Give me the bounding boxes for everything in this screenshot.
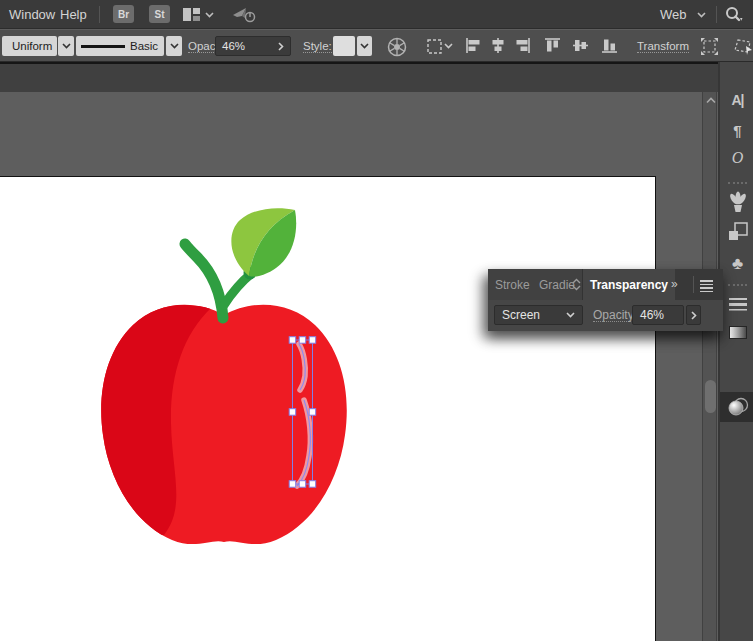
style-chevron[interactable] xyxy=(357,36,372,56)
panel-tab-bar: Stroke Gradie Transparency » xyxy=(488,269,723,300)
bridge-button[interactable]: Br xyxy=(113,5,134,23)
dock-divider xyxy=(728,284,747,286)
scrollbar-thumb[interactable] xyxy=(705,380,716,413)
style-swatch[interactable] xyxy=(333,36,355,56)
stroke-style-chevron[interactable] xyxy=(166,36,182,56)
menu-window[interactable]: Window xyxy=(9,7,55,22)
symbols-panel-icon[interactable]: ♣ xyxy=(722,251,753,277)
tab-overflow-icon[interactable] xyxy=(572,278,581,291)
align-top-icon[interactable] xyxy=(544,37,562,54)
panel-opacity-label[interactable]: Opacity: xyxy=(593,309,637,322)
align-left-icon[interactable] xyxy=(465,37,483,54)
panel-divider xyxy=(693,276,694,293)
vertical-scrollbar[interactable] xyxy=(702,92,717,641)
transparency-panel: Stroke Gradie Transparency » Screen Opac… xyxy=(488,269,723,331)
control-bar: Uniform Basic Opacity: 46% Style: xyxy=(0,29,753,62)
opacity-field[interactable]: 46% xyxy=(215,36,291,56)
scroll-up-icon[interactable] xyxy=(706,97,716,104)
align-bottom-icon[interactable] xyxy=(601,37,619,54)
dock-divider xyxy=(728,182,747,184)
workspace-select[interactable]: Web xyxy=(660,7,687,22)
gradient-panel-icon[interactable] xyxy=(722,319,753,345)
chevron-down-icon xyxy=(205,12,214,18)
artboard[interactable] xyxy=(0,176,656,641)
document-tab-strip xyxy=(0,62,718,92)
opentype-panel-icon[interactable]: O xyxy=(722,145,753,171)
stock-button[interactable]: St xyxy=(149,5,170,23)
panel-body: Screen Opacity: 46% xyxy=(488,300,723,331)
canvas-area[interactable] xyxy=(0,92,718,641)
menu-bar: Window Help Br St Web xyxy=(0,0,753,29)
illustrator-window: Window Help Br St Web xyxy=(0,0,753,641)
chevron-right-icon[interactable] xyxy=(278,42,284,51)
transparency-panel-icon[interactable] xyxy=(722,394,753,420)
opacity-value: 46% xyxy=(222,40,245,52)
stroke-style-select[interactable]: Basic xyxy=(76,36,164,56)
chevron-down-icon xyxy=(566,312,575,318)
share-icon[interactable] xyxy=(231,6,257,23)
stroke-style-preview xyxy=(81,45,125,48)
apple-artwork[interactable] xyxy=(0,177,656,641)
stroke-panel-icon[interactable] xyxy=(722,291,753,317)
align-right-icon[interactable] xyxy=(513,37,531,54)
panel-collapse-icon[interactable]: » xyxy=(671,277,677,291)
blend-mode-select[interactable]: Screen xyxy=(494,305,583,325)
tab-transparency[interactable]: Transparency xyxy=(583,269,675,300)
stroke-style-label: Basic xyxy=(130,40,158,52)
menu-help[interactable]: Help xyxy=(60,7,87,22)
menubar-divider xyxy=(99,6,100,23)
stroke-profile-chevron[interactable] xyxy=(58,36,74,56)
paragraph-panel-icon[interactable]: ¶ xyxy=(722,117,753,143)
search-icon[interactable] xyxy=(724,6,746,23)
panel-opacity-expand[interactable] xyxy=(686,305,701,325)
align-center-horizontal-icon[interactable] xyxy=(489,37,507,54)
panel-opacity-field[interactable]: 46% xyxy=(632,305,684,325)
workspace-switcher-icon[interactable] xyxy=(183,8,200,21)
menubar-divider xyxy=(716,6,717,23)
chevron-down-icon[interactable] xyxy=(697,12,706,18)
free-distort-icon[interactable] xyxy=(733,37,753,56)
free-transform-icon[interactable] xyxy=(700,37,719,56)
brushes-panel-icon[interactable] xyxy=(722,189,753,215)
align-center-vertical-icon[interactable] xyxy=(572,37,590,54)
style-label[interactable]: Style: xyxy=(303,40,332,53)
pathfinder-panel-icon[interactable] xyxy=(722,219,753,245)
character-panel-icon[interactable]: A| xyxy=(722,87,753,113)
panel-dock: A| ¶ O ♣ xyxy=(718,62,753,641)
tab-stroke[interactable]: Stroke xyxy=(488,269,538,300)
recolor-artwork-icon[interactable] xyxy=(387,37,407,57)
stroke-profile-label: Uniform xyxy=(12,40,52,52)
document-setup-icon[interactable] xyxy=(427,38,453,55)
blend-mode-value: Screen xyxy=(502,308,540,322)
stroke-profile-select[interactable]: Uniform xyxy=(2,36,57,56)
panel-menu-icon[interactable] xyxy=(700,278,713,294)
transform-label[interactable]: Transform xyxy=(637,40,689,53)
